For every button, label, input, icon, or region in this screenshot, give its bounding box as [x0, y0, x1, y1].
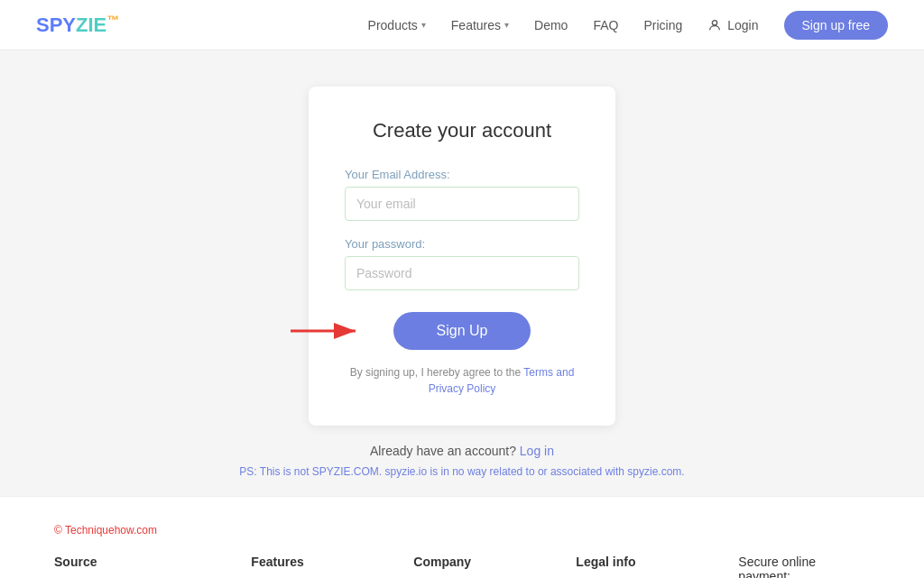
- footer-payment-title: Secure online payment:: [738, 555, 870, 578]
- nav-faq[interactable]: FAQ: [593, 18, 618, 32]
- header: SPYZIE™ Products ▾ Features ▾ Demo FAQ P…: [0, 0, 924, 50]
- footer-source-col: Source How to Track Cell Phone Location …: [54, 555, 215, 578]
- main-signup-button[interactable]: Sign Up: [393, 312, 531, 350]
- signup-button-container: Sign Up: [345, 312, 579, 350]
- chevron-down-icon: ▾: [504, 20, 509, 30]
- header-signup-button[interactable]: Sign up free: [784, 11, 889, 40]
- footer-copyright: © Techniquehow.com: [54, 524, 870, 537]
- logo: SPYZIE™: [36, 13, 119, 37]
- account-text: Already have an account? Log in: [239, 444, 684, 458]
- email-label: Your Email Address:: [345, 168, 579, 181]
- footer-source-title: Source: [54, 555, 215, 569]
- footer-company-title: Company: [413, 555, 540, 569]
- email-input[interactable]: [345, 187, 579, 221]
- card-title: Create your account: [345, 119, 579, 142]
- ps-text: PS: This is not SPYZIE.COM. spyzie.io is…: [239, 465, 684, 478]
- footer-company-col: Company About FAQs Contact us: [413, 555, 540, 578]
- footer-legal-col: Legal info Refund policy EULA Privacy po…: [576, 555, 702, 578]
- terms-text: By signing up, I hereby agree to the Ter…: [345, 364, 579, 397]
- chevron-down-icon: ▾: [421, 20, 426, 30]
- nav-demo[interactable]: Demo: [534, 18, 568, 32]
- logo-spy: SPY: [36, 14, 76, 36]
- logo-zie: ZIE: [76, 14, 106, 36]
- footer-columns: Source How to Track Cell Phone Location …: [54, 555, 870, 578]
- user-icon: [707, 18, 722, 32]
- login-button[interactable]: Login: [707, 18, 758, 32]
- footer-legal-title: Legal info: [576, 555, 702, 569]
- main-nav: Products ▾ Features ▾ Demo FAQ Pricing L…: [368, 11, 888, 40]
- svg-point-0: [713, 20, 717, 24]
- logo-mark: ™: [106, 13, 119, 27]
- nav-products[interactable]: Products ▾: [368, 18, 426, 32]
- login-link[interactable]: Log in: [520, 444, 554, 458]
- arrow-icon: [291, 317, 363, 344]
- email-group: Your Email Address:: [345, 168, 579, 221]
- footer: © Techniquehow.com Source How to Track C…: [0, 496, 924, 578]
- footer-features-title: Features: [251, 555, 377, 569]
- password-group: Your password:: [345, 237, 579, 290]
- below-card: Already have an account? Log in PS: This…: [239, 444, 684, 478]
- signup-card: Create your account Your Email Address: …: [309, 87, 615, 426]
- password-input[interactable]: [345, 256, 579, 290]
- nav-pricing[interactable]: Pricing: [643, 18, 682, 32]
- footer-payment: Secure online payment: VISA AMEX DISC● D…: [738, 555, 870, 578]
- password-label: Your password:: [345, 237, 579, 251]
- nav-features[interactable]: Features ▾: [451, 18, 509, 32]
- footer-features-col: Features Android Keylogger iPhone Parent…: [251, 555, 377, 578]
- main-content: Create your account Your Email Address: …: [0, 50, 924, 496]
- arrow-indicator: [291, 317, 363, 344]
